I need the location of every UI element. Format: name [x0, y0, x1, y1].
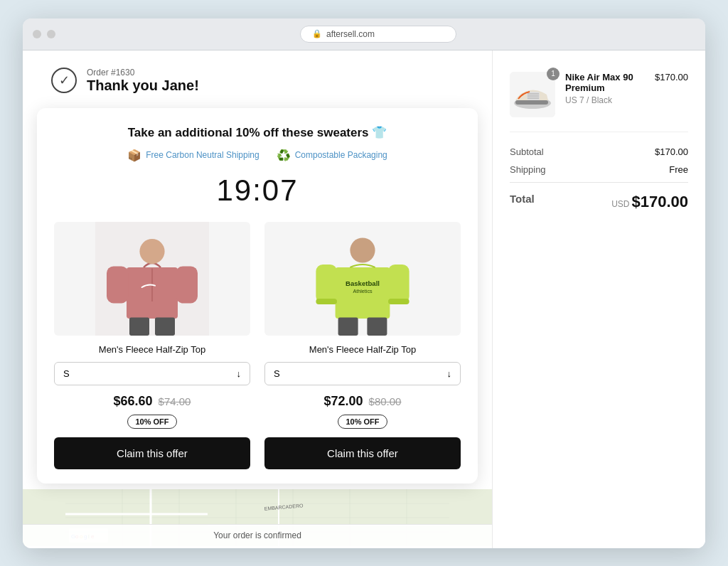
url-text: aftersell.com: [326, 29, 375, 39]
svg-point-5: [139, 239, 164, 264]
left-column: ✓ Order #1630 Thank you Jane! Take an ad…: [23, 50, 492, 548]
map-footer: G o o g l e EMBARCADERO Your order is co…: [23, 489, 492, 546]
order-item: 1 Nike Air Max 90 Premium US 7 / Black $…: [510, 72, 688, 132]
lock-icon: 🔒: [312, 29, 322, 38]
svg-rect-43: [515, 100, 548, 105]
grand-total-row: Total USD$170.00: [510, 182, 688, 211]
item-name: Nike Air Max 90 Premium: [565, 72, 645, 93]
browser-dot-1: [33, 30, 41, 38]
svg-rect-7: [155, 317, 175, 336]
order-confirmed-text: Your order is confirmed: [213, 530, 301, 540]
product-card-1: Men's Fleece Half-Zip Top S ↓ $66.60 $74…: [54, 222, 250, 469]
item-price: $170.00: [655, 72, 688, 117]
browser-titlebar: 🔒 aftersell.com: [23, 18, 705, 50]
svg-point-12: [350, 237, 375, 262]
svg-text:Athletics: Athletics: [353, 288, 373, 294]
grand-total-amount: USD$170.00: [611, 193, 688, 211]
product-image-1: [54, 222, 250, 336]
shipping-row: Shipping Free: [510, 164, 688, 175]
right-column: 1 Nike Air Max 90 Premium US 7 / Black $…: [492, 50, 705, 548]
subtotal-label: Subtotal: [510, 146, 544, 157]
shipping-badge: 📦 Free Carbon Neutral Shipping: [127, 149, 259, 162]
svg-rect-4: [176, 266, 198, 303]
claim-offer-button-1[interactable]: Claim this offer: [54, 437, 250, 469]
svg-rect-11: [388, 265, 410, 303]
upsell-badges: 📦 Free Carbon Neutral Shipping ♻️ Compos…: [54, 149, 461, 162]
chevron-down-icon-1: ↓: [237, 368, 242, 379]
price-old-2: $80.00: [369, 395, 402, 407]
price-new-1: $66.60: [114, 394, 153, 409]
packaging-badge-text: Compostable Packaging: [295, 150, 387, 160]
subtotal-value: $170.00: [655, 146, 688, 157]
price-row-2: $72.00 $80.00: [324, 394, 402, 409]
svg-rect-10: [316, 265, 337, 303]
order-number: Order #1630: [87, 68, 199, 78]
price-old-1: $74.00: [159, 395, 191, 407]
chevron-down-icon-2: ↓: [447, 368, 452, 379]
svg-rect-16: [388, 299, 410, 304]
thank-you-text: Thank you Jane!: [87, 78, 199, 94]
discount-badge-1: 10% OFF: [127, 415, 176, 429]
item-details: Nike Air Max 90 Premium US 7 / Black: [565, 72, 645, 117]
order-totals: Subtotal $170.00 Shipping Free Total USD…: [510, 146, 688, 211]
upsell-card: Take an additional 10% off these sweater…: [37, 108, 478, 484]
order-confirmed-bar: Your order is confirmed: [23, 524, 492, 546]
discount-badge-2: 10% OFF: [338, 415, 387, 429]
grand-total-label: Total: [510, 193, 535, 211]
price-new-2: $72.00: [324, 394, 363, 409]
countdown-timer: 19:07: [54, 173, 461, 208]
order-info: Order #1630 Thank you Jane!: [87, 68, 199, 94]
svg-text:Basketball: Basketball: [346, 279, 380, 287]
shipping-badge-text: Free Carbon Neutral Shipping: [146, 150, 259, 160]
browser-url-bar[interactable]: 🔒 aftersell.com: [300, 26, 456, 43]
svg-rect-3: [107, 266, 128, 303]
subtotal-row: Subtotal $170.00: [510, 146, 688, 157]
packaging-badge: ♻️ Compostable Packaging: [277, 149, 387, 162]
item-image-wrapper: 1: [510, 72, 555, 117]
item-qty-badge: 1: [547, 68, 560, 80]
size-select-1[interactable]: S ↓: [54, 362, 250, 385]
shipping-value: Free: [669, 164, 688, 175]
browser-dot-2: [47, 30, 55, 38]
product-card-2: Basketball Athletics Men's Fleece Half-Z…: [264, 222, 461, 469]
svg-rect-18: [367, 317, 387, 336]
size-value-2: S: [274, 368, 280, 379]
upsell-title: Take an additional 10% off these sweater…: [54, 125, 461, 140]
svg-rect-15: [316, 299, 337, 304]
grand-total-value: $170.00: [631, 193, 688, 210]
browser-content: ✓ Order #1630 Thank you Jane! Take an ad…: [23, 50, 705, 548]
check-circle-icon: ✓: [51, 68, 77, 93]
shipping-icon: 📦: [127, 149, 141, 162]
browser-window: 🔒 aftersell.com ✓ Order #1630 Thank you …: [23, 18, 705, 548]
size-select-2[interactable]: S ↓: [264, 362, 461, 385]
svg-rect-17: [338, 317, 358, 336]
shipping-label: Shipping: [510, 164, 546, 175]
size-value-1: S: [63, 368, 70, 379]
product-name-2: Men's Fleece Half-Zip Top: [309, 344, 416, 355]
product-image-2: Basketball Athletics: [264, 222, 461, 336]
browser-addressbar: 🔒 aftersell.com: [61, 26, 695, 43]
svg-rect-6: [129, 317, 149, 336]
products-grid: Men's Fleece Half-Zip Top S ↓ $66.60 $74…: [54, 222, 461, 469]
packaging-icon: ♻️: [277, 149, 291, 162]
order-confirm-header: ✓ Order #1630 Thank you Jane!: [23, 50, 492, 108]
price-row-1: $66.60 $74.00: [114, 394, 191, 409]
item-variant: US 7 / Black: [565, 95, 645, 105]
product-name-1: Men's Fleece Half-Zip Top: [99, 344, 205, 355]
usd-label: USD: [611, 199, 629, 209]
claim-offer-button-2[interactable]: Claim this offer: [264, 437, 461, 469]
